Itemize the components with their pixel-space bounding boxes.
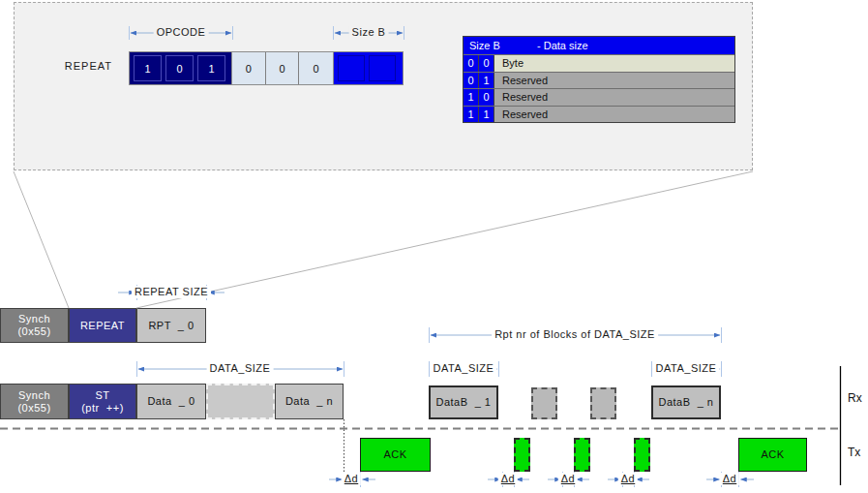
delta-d-label: Δd: [558, 473, 578, 485]
delta-d-label: Δd: [720, 473, 739, 485]
desc-cell: Reserved: [494, 107, 734, 123]
reserved-bits-section: 0 0 0: [231, 51, 334, 85]
bit-cell: 0: [464, 55, 479, 72]
st-label: ST: [95, 389, 109, 402]
table-row: 0 0 Byte: [464, 54, 734, 72]
bit-cell: 1: [479, 73, 494, 89]
databn-block: DataB _ n: [651, 385, 721, 419]
sizeb-lookup-table: Size B - Data size 0 0 Byte 0 1 Reserved…: [463, 36, 735, 123]
tx-lane-label: Tx: [848, 446, 860, 459]
datan-label: Data _ n: [285, 395, 333, 408]
synch-value: (0x55): [17, 402, 50, 415]
desc-cell: Reserved: [494, 73, 734, 89]
sizeb-bit-cell: [369, 55, 396, 81]
ack-label: ACK: [383, 448, 406, 461]
protocol-timing-diagram: REPEAT OPCODE Size B 1 0 1 0 0 0 Size B …: [0, 0, 868, 493]
rpt-blocks-dimension-label: Rpt nr of Blocks of DATA_SIZE: [492, 328, 658, 341]
frame1-repeat-cell: REPEAT: [69, 308, 136, 343]
delta-d-label: Δd: [498, 473, 518, 485]
synch-label: Synch: [18, 389, 50, 402]
rx-lane-label: Rx: [848, 391, 862, 405]
ack-pulse-block: [634, 438, 650, 472]
frame1-rpt0-cell: RPT _ 0: [136, 308, 206, 343]
delta-d-label: Δd: [342, 473, 361, 485]
opcode-bit-cell: 1: [197, 55, 225, 81]
bit-cell: 1: [464, 89, 479, 106]
desc-cell: Reserved: [494, 89, 734, 106]
table-row: 1 1 Reserved: [464, 106, 734, 123]
data0-label: Data _ 0: [147, 395, 195, 408]
frame2-data0-cell: Data _ 0: [136, 384, 206, 419]
ack-pulse-block: [574, 438, 590, 472]
ack-block-2: ACK: [738, 438, 807, 472]
opcode-bits-section: 1 0 1: [129, 51, 232, 85]
rpt0-label: RPT _ 0: [148, 320, 194, 332]
frame2-datan-cell: Data _ n: [275, 384, 344, 419]
bit-cell: 1: [479, 107, 494, 123]
sizeb-bits-section: [333, 51, 404, 85]
sizeb-dimension-label: Size B: [349, 26, 389, 39]
ack-block-1: ACK: [360, 438, 431, 472]
bit-cell: 0: [464, 73, 479, 89]
table-header-sizeb: Size B: [464, 40, 537, 51]
frame2-synch-cell: Synch (0x55): [0, 384, 69, 419]
callout-register-name: REPEAT: [39, 60, 112, 72]
table-row: 0 1 Reserved: [464, 72, 734, 89]
opcode-bit-cell: 1: [134, 55, 162, 81]
data-size-dimension-label-n: DATA_SIZE: [653, 362, 720, 375]
bit-cell: 1: [464, 107, 479, 123]
ack-pulse-block: [514, 438, 530, 472]
opcode-bit-cell: 0: [165, 55, 194, 81]
desc-cell: Byte: [494, 55, 734, 72]
reserved-bit-cell: 0: [299, 52, 333, 84]
datab1-block: DataB _ 1: [429, 385, 498, 419]
opcode-dimension-label: OPCODE: [154, 26, 209, 39]
bit-cell: 0: [479, 55, 494, 72]
table-header-datasize: - Data size: [537, 40, 588, 51]
frame2-st-cell: ST (ptr ++): [69, 384, 136, 419]
table-row: 1 0 Reserved: [464, 88, 734, 106]
sizeb-bit-cell: [338, 55, 365, 81]
ack-label: ACK: [761, 448, 784, 461]
table-header-row: Size B - Data size: [464, 37, 734, 54]
databn-label: DataB _ n: [659, 396, 714, 409]
bit-cell: 0: [479, 89, 494, 106]
callout-connector-lines: [14, 171, 753, 308]
st-pointer-label: (ptr ++): [81, 402, 124, 415]
datab1-label: DataB _ 1: [436, 396, 492, 409]
datab-ellipsis-block: [531, 387, 557, 419]
data-size-dimension-label: DATA_SIZE: [207, 362, 274, 375]
frame1-synch-cell: Synch (0x55): [0, 308, 69, 343]
frame2-data-ellipsis-cell: [206, 384, 275, 419]
synch-label: Synch: [18, 313, 50, 325]
reserved-bit-cell: 0: [266, 52, 300, 84]
reserved-bit-cell: 0: [232, 52, 266, 84]
delta-d-label: Δd: [618, 473, 638, 485]
data-size-dimension-label-1: DATA_SIZE: [431, 362, 497, 375]
repeat-opcode-label: REPEAT: [80, 320, 125, 332]
datab-ellipsis-block: [590, 387, 616, 419]
synch-value: (0x55): [17, 325, 50, 338]
repeat-size-dimension-label: REPEAT SIZE: [132, 286, 211, 298]
